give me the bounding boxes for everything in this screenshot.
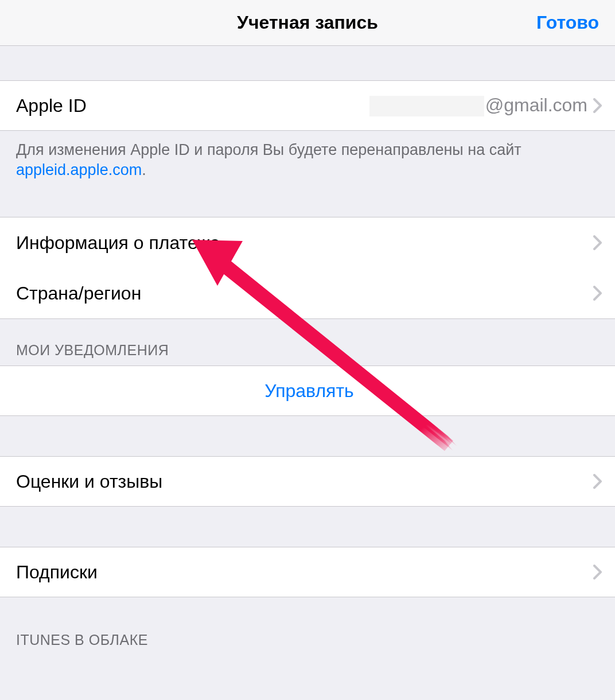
ratings-reviews-row[interactable]: Оценки и отзывы — [0, 456, 615, 507]
footer-text: Для изменения Apple ID и пароля Вы будет… — [16, 141, 521, 158]
chevron-right-icon — [593, 235, 602, 250]
apple-id-label: Apple ID — [16, 95, 369, 116]
apple-id-value: @gmail.com — [369, 95, 587, 117]
chevron-right-icon — [593, 286, 602, 301]
apple-id-row[interactable]: Apple ID @gmail.com — [0, 80, 615, 131]
manage-link[interactable]: Управлять — [16, 380, 602, 402]
spacer — [0, 46, 615, 80]
payment-country-group: Информация о платеже Страна/регион — [0, 217, 615, 319]
chevron-right-icon — [593, 98, 602, 113]
country-region-label: Страна/регион — [16, 283, 593, 304]
spacer — [0, 416, 615, 456]
apple-id-suffix: @gmail.com — [485, 95, 587, 115]
chevron-right-icon — [593, 474, 602, 489]
done-button[interactable]: Готово — [536, 12, 599, 33]
footer-period: . — [142, 161, 146, 178]
payment-info-row[interactable]: Информация о платеже — [0, 217, 615, 268]
subscriptions-label: Подписки — [16, 562, 593, 583]
notifications-header: МОИ УВЕДОМЛЕНИЯ — [0, 319, 615, 365]
apple-id-footer: Для изменения Apple ID и пароля Вы будет… — [0, 131, 615, 194]
page-title: Учетная запись — [237, 12, 378, 33]
country-region-row[interactable]: Страна/регион — [0, 268, 615, 318]
payment-info-label: Информация о платеже — [16, 232, 593, 254]
manage-row[interactable]: Управлять — [0, 365, 615, 416]
ratings-reviews-label: Оценки и отзывы — [16, 471, 593, 492]
apple-id-link[interactable]: appleid.apple.com — [16, 161, 142, 178]
itunes-cloud-header: iTUNES В ОБЛАКЕ — [0, 597, 615, 655]
redacted-box — [369, 96, 484, 116]
spacer — [0, 507, 615, 547]
subscriptions-row[interactable]: Подписки — [0, 547, 615, 597]
chevron-right-icon — [593, 565, 602, 580]
navbar: Учетная запись Готово — [0, 0, 615, 46]
spacer — [0, 194, 615, 217]
